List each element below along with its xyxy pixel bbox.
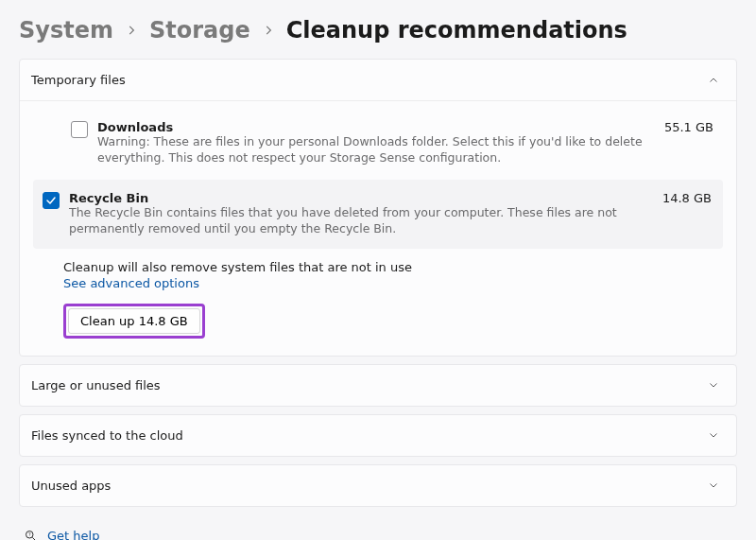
section-title: Temporary files bbox=[31, 73, 126, 87]
file-title: Downloads bbox=[97, 120, 645, 134]
file-size: 14.8 GB bbox=[662, 191, 712, 205]
checkbox-downloads[interactable] bbox=[71, 121, 88, 138]
checkbox-recycle-bin[interactable] bbox=[43, 192, 60, 209]
highlight-annotation: Clean up 14.8 GB bbox=[63, 304, 205, 339]
breadcrumb-system[interactable]: System bbox=[19, 17, 113, 44]
chevron-right-icon bbox=[125, 23, 138, 41]
section-header-files-synced[interactable]: Files synced to the cloud bbox=[20, 415, 736, 456]
cleanup-note: Cleanup will also remove system files th… bbox=[63, 260, 723, 274]
section-unused-apps: Unused apps bbox=[19, 464, 737, 507]
section-title: Large or unused files bbox=[31, 378, 161, 392]
svg-text:?: ? bbox=[27, 531, 30, 537]
breadcrumb-storage[interactable]: Storage bbox=[149, 17, 250, 44]
chevron-down-icon bbox=[708, 379, 719, 391]
chevron-down-icon bbox=[708, 429, 719, 441]
chevron-right-icon bbox=[262, 23, 275, 41]
advanced-options-link[interactable]: See advanced options bbox=[63, 276, 199, 290]
file-title: Recycle Bin bbox=[69, 191, 644, 205]
file-size: 55.1 GB bbox=[664, 120, 713, 134]
file-description: Warning: These are files in your persona… bbox=[97, 134, 645, 166]
section-header-temporary-files[interactable]: Temporary files bbox=[20, 60, 736, 100]
section-body-temporary-files: Downloads Warning: These are files in yo… bbox=[20, 100, 736, 356]
section-header-unused-apps[interactable]: Unused apps bbox=[20, 465, 736, 506]
file-description: The Recycle Bin contains files that you … bbox=[69, 205, 644, 237]
breadcrumb: System Storage Cleanup recommendations bbox=[19, 17, 737, 44]
settings-page: System Storage Cleanup recommendations T… bbox=[0, 0, 756, 540]
help-icon: ? bbox=[23, 529, 38, 541]
section-title: Unused apps bbox=[31, 479, 111, 493]
section-large-unused-files: Large or unused files bbox=[19, 364, 737, 407]
chevron-up-icon bbox=[708, 75, 719, 86]
section-temporary-files: Temporary files Downloads Warning: These… bbox=[19, 59, 737, 357]
cleanup-button[interactable]: Clean up 14.8 GB bbox=[68, 308, 200, 334]
chevron-down-icon bbox=[708, 479, 719, 491]
section-files-synced-cloud: Files synced to the cloud bbox=[19, 414, 737, 457]
get-help-link[interactable]: Get help bbox=[47, 529, 99, 540]
file-row-recycle-bin: Recycle Bin The Recycle Bin contains fil… bbox=[33, 180, 723, 249]
page-title: Cleanup recommendations bbox=[286, 17, 627, 44]
section-title: Files synced to the cloud bbox=[31, 428, 183, 443]
section-header-large-unused[interactable]: Large or unused files bbox=[20, 365, 736, 406]
file-row-downloads: Downloads Warning: These are files in yo… bbox=[33, 113, 723, 174]
footer-links: ? Get help Give feedback bbox=[19, 524, 737, 541]
get-help-row[interactable]: ? Get help bbox=[23, 524, 733, 541]
